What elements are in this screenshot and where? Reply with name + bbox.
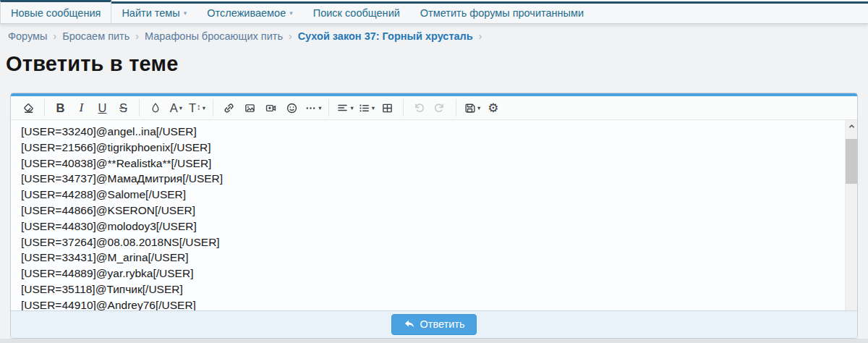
dots-icon [305,102,317,114]
breadcrumb-current[interactable]: Сухой закон 37: Горный хрусталь [298,30,473,42]
media-icon [265,102,277,114]
strikethrough-button[interactable]: S [113,98,134,118]
underline-glyph: U [98,102,107,114]
chevron-down-icon: ▾ [318,105,321,111]
chevron-down-icon: ▾ [179,105,182,111]
strikethrough-glyph: S [119,102,127,114]
user-mention-line: [USER=44889]@yar.rybka[/USER] [21,266,847,281]
editor-settings-glyph: ⚙ [488,102,498,114]
toolbar-separator [328,99,329,117]
breadcrumb-separator: › [135,30,139,42]
insert-smilie-button[interactable] [281,98,302,118]
reply-icon [404,318,415,330]
bold-button[interactable]: B [50,98,71,118]
nav-item-new-posts[interactable]: Новые сообщения [0,0,111,23]
editor-text[interactable]: [USER=33240]@angel..ina[/USER][USER=2156… [11,120,857,310]
chevron-down-icon: ▾ [350,105,353,111]
alignment-button[interactable]: ▾ [334,98,355,118]
undo-button[interactable] [409,98,430,118]
toolbar-separator [44,99,45,117]
breadcrumb-link-0[interactable]: Форумы [8,30,47,42]
page-title: Ответить в теме [6,52,178,76]
undo-icon [412,101,425,114]
toolbar-separator [213,99,213,117]
user-mention-line: [USER=44866]@KSERON[/USER] [21,203,847,219]
font-family-button[interactable]: A▾ [166,98,187,118]
font-family-glyph: A [170,102,178,114]
nav-item-label: Отслеживаемое [207,7,286,19]
editor-scrollbar[interactable] [845,120,857,310]
nav-item-find-threads[interactable]: Найти темы▾ [111,0,197,23]
chevron-down-icon: ▾ [203,105,205,111]
user-mention-line: [USER=21566]@tigrikphoenix[/USER] [21,140,847,156]
insert-media-button[interactable] [260,98,281,118]
toolbar-separator [456,99,456,117]
reply-page: Новые сообщенияНайти темы▾Отслеживаемое▾… [0,0,868,343]
bold-glyph: B [56,102,65,114]
drafts-button[interactable]: ▾ [461,98,482,118]
nav-item-label: Поиск сообщений [313,7,400,19]
nav-item-label: Найти темы [122,7,179,19]
breadcrumb-separator: › [479,30,482,42]
reply-editor: BIUSA▾T↕▾▾▾▾▾⚙ [USER=33240]@angel..ina[/… [10,93,858,339]
draft-icon [464,102,476,114]
font-size-glyph: T [189,102,196,114]
remove-formatting-button[interactable] [18,98,39,118]
bottom-strip [0,339,868,343]
editor-settings-button[interactable]: ⚙ [482,98,503,118]
chevron-down-icon: ▾ [477,105,480,111]
more-options-button[interactable]: ▾ [302,98,323,118]
breadcrumb-link-2[interactable]: Марафоны бросающих пить [145,30,283,42]
redo-icon [433,101,446,114]
link-icon [223,102,235,114]
nav-item-label: Отметить форумы прочитанными [420,7,584,19]
user-mention-line: [USER=44830]@molodoy3[/USER] [21,219,847,234]
reply-button[interactable]: Ответить [391,314,477,335]
redo-button[interactable] [430,98,451,118]
breadcrumb-separator: › [53,30,56,42]
submit-bar: Ответить [11,310,857,338]
nav-list: Новые сообщенияНайти темы▾Отслеживаемое▾… [0,0,868,23]
align-icon [336,102,349,114]
user-mention-line: [USER=33431]@M_arina[/USER] [21,250,847,266]
underline-button[interactable]: U [92,98,113,118]
eraser-icon [22,102,35,114]
user-mention-line: [USER=44288]@Salome[/USER] [21,187,847,203]
insert-table-button[interactable] [377,98,398,118]
insert-image-button[interactable] [239,98,260,118]
smile-icon [286,102,298,114]
editor-content-area[interactable]: [USER=33240]@angel..ina[/USER][USER=2156… [11,120,857,310]
nav-item-label: Новые сообщения [11,7,101,19]
user-mention-line: [USER=40838]@**Realistka**[/USER] [21,156,847,172]
chevron-up-icon [848,122,856,130]
nav-item-mark-forums-read[interactable]: Отметить форумы прочитанными [410,0,594,23]
user-mention-line: [USER=37264]@08.08.2018NS[/USER] [21,234,847,250]
top-navigation: Новые сообщенияНайти темы▾Отслеживаемое▾… [0,0,868,24]
breadcrumb: Форумы›Бросаем пить›Марафоны бросающих п… [8,30,488,42]
toolbar-separator [139,99,140,117]
user-mention-line: [USER=34737]@МамаДмитрия[/USER] [21,171,847,187]
droplet-icon [150,102,161,114]
user-mention-line: [USER=44910]@Andrey76[/USER] [21,297,847,310]
breadcrumb-link-1[interactable]: Бросаем пить [62,30,129,42]
text-color-button[interactable] [145,98,166,118]
reply-button-label: Ответить [420,318,465,330]
font-size-suffix-glyph: ↕ [197,103,201,112]
scroll-up-button[interactable] [846,120,857,132]
italic-button[interactable]: I [71,98,92,118]
font-size-button[interactable]: T↕▾ [187,98,208,118]
chevron-down-icon: ▾ [184,9,187,17]
list-icon [358,102,370,114]
breadcrumb-separator: › [289,30,292,42]
nav-item-search-posts[interactable]: Поиск сообщений [303,0,410,23]
editor-toolbar: BIUSA▾T↕▾▾▾▾▾⚙ [11,96,857,120]
italic-glyph: I [80,101,84,114]
table-icon [381,102,393,114]
nav-item-watched[interactable]: Отслеживаемое▾ [197,0,302,23]
insert-link-button[interactable] [218,98,239,118]
list-button[interactable]: ▾ [356,98,377,118]
chevron-down-icon: ▾ [372,105,375,111]
chevron-down-icon: ▾ [289,9,293,17]
user-mention-line: [USER=35118]@Типчик[/USER] [21,281,847,297]
scrollbar-thumb[interactable] [846,139,857,184]
